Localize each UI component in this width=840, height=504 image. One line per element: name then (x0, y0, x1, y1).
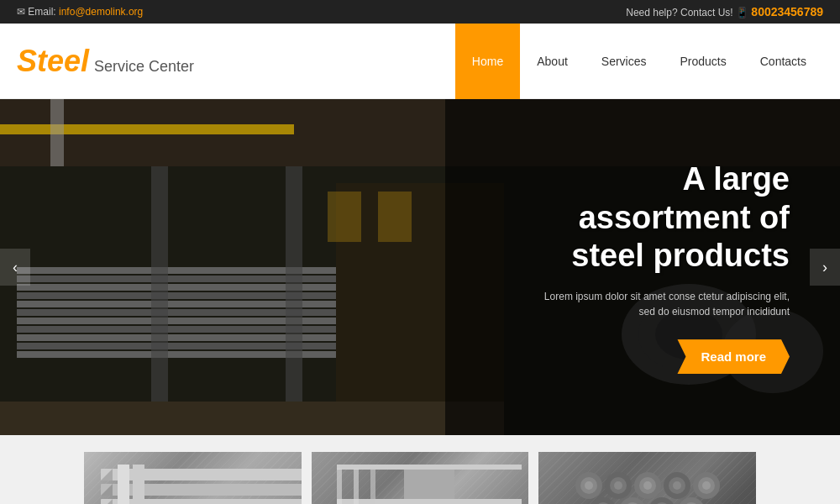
product-bg-angles (84, 452, 302, 504)
svg-rect-17 (286, 166, 302, 402)
svg-rect-34 (118, 465, 129, 504)
envelope-icon: ✉ (17, 6, 25, 18)
phone-icon: 📱 (736, 7, 751, 18)
svg-rect-35 (133, 465, 144, 504)
product-card-columns[interactable]: Steel Lally Columns ► (538, 452, 756, 504)
svg-rect-3 (50, 99, 64, 166)
svg-rect-36 (337, 465, 522, 470)
product-bg-beams (312, 452, 529, 504)
nav-home[interactable]: Home (455, 24, 520, 99)
main-nav: Home About Services Products Contacts (455, 24, 823, 99)
svg-rect-23 (328, 192, 361, 242)
nav-products[interactable]: Products (664, 24, 743, 99)
phone-info: Need help? Contact Us! 📱 80023456789 (626, 5, 823, 18)
svg-point-50 (614, 481, 622, 490)
nav-services[interactable]: Services (585, 24, 664, 99)
hero-next-button[interactable]: › (810, 249, 840, 286)
top-bar: ✉ Email: info@demolink.org Need help? Co… (0, 0, 840, 24)
svg-point-47 (585, 481, 593, 490)
products-section: Steel Angles ► (0, 435, 840, 504)
products-grid: Steel Angles ► (84, 452, 756, 504)
svg-rect-2 (0, 124, 294, 134)
product-bg-columns (538, 452, 756, 504)
site-logo: Steel Service Center (17, 44, 194, 79)
hero-prev-button[interactable]: ‹ (0, 249, 30, 286)
hero-title: A large assortment of steel products (538, 160, 790, 276)
prev-icon: ‹ (13, 259, 18, 276)
hero-section: A large assortment of steel products Lor… (0, 99, 840, 435)
svg-point-56 (673, 481, 681, 490)
svg-point-59 (702, 481, 711, 490)
svg-rect-44 (370, 469, 375, 504)
svg-rect-24 (378, 192, 412, 242)
phone-number: 80023456789 (751, 5, 823, 18)
svg-rect-38 (337, 499, 522, 504)
email-label: Email: (28, 6, 55, 18)
svg-rect-26 (101, 469, 302, 480)
hero-description: Lorem ipsum dolor sit amet conse ctetur … (538, 289, 790, 319)
nav-contacts[interactable]: Contacts (743, 24, 823, 99)
email-info: ✉ Email: info@demolink.org (17, 6, 143, 18)
product-card-angles[interactable]: Steel Angles ► (84, 452, 302, 504)
help-text: Need help? Contact Us! (626, 7, 732, 18)
svg-rect-42 (337, 469, 342, 504)
site-header: Steel Service Center Home About Services… (0, 24, 840, 99)
hero-read-more-button[interactable]: Read more (677, 339, 790, 374)
svg-rect-43 (354, 469, 359, 504)
svg-rect-15 (0, 402, 504, 435)
logo-subtitle: Service Center (94, 58, 194, 76)
nav-about[interactable]: About (520, 24, 585, 99)
svg-rect-28 (101, 484, 302, 496)
svg-point-53 (643, 481, 652, 490)
logo-steel-text: Steel (17, 44, 89, 79)
next-icon: › (822, 259, 827, 276)
svg-rect-37 (404, 470, 454, 499)
svg-rect-30 (101, 499, 302, 504)
hero-content: A large assortment of steel products Lor… (538, 160, 790, 374)
email-link[interactable]: info@demolink.org (59, 6, 143, 18)
product-card-beams[interactable]: Steel Beams ► (312, 452, 529, 504)
svg-rect-16 (151, 166, 168, 402)
